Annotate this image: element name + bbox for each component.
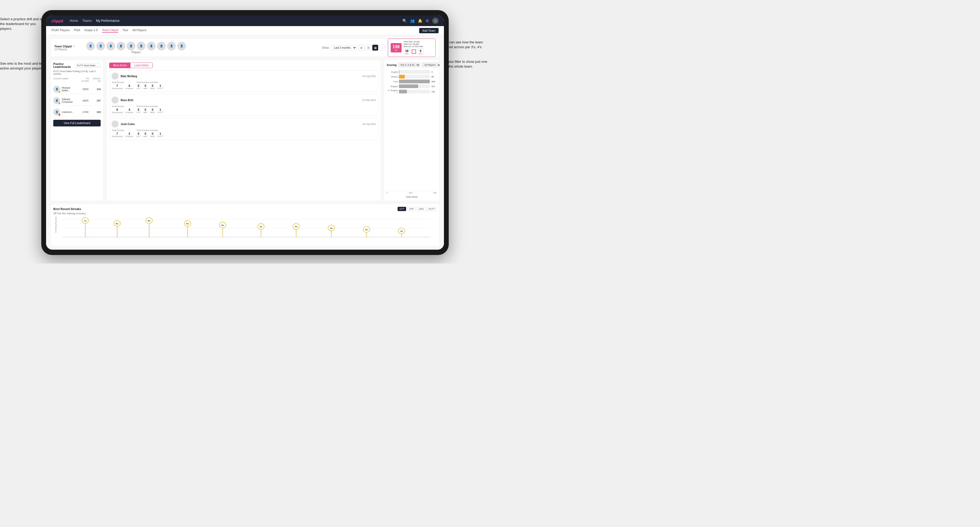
lb-name-1: Richard Butler... xyxy=(62,86,76,92)
chart-footer: 0 200 400 xyxy=(387,191,437,194)
nav-home[interactable]: Home xyxy=(70,19,78,22)
scoring-player-filter[interactable]: All Players xyxy=(422,62,440,67)
streak-chart: % Fairway Accuracy 7x 6x 6x xyxy=(53,216,437,243)
pac-stats-blair: Total Rounds 7 Tournament 6 Practice xyxy=(111,81,376,90)
shot-yds-left: 16 yds xyxy=(404,48,410,55)
bar-label-pars: Pars xyxy=(387,80,398,83)
tab-arg[interactable]: ARG xyxy=(417,207,426,211)
lb-avatar-3: 👤 3 xyxy=(53,109,60,116)
bar-row-eagles: Eagles 3 xyxy=(387,70,437,74)
player-avatar-1[interactable]: 👤 xyxy=(86,42,95,50)
scoring-par-filter[interactable]: Par 3, 4 & 5s Par 3s Par 4s Par 5s xyxy=(398,62,420,67)
streaks-header: Best Round Streaks OTT APP ARG PUTT xyxy=(53,207,437,211)
annotation-bottom-left: See who is the most and least active amo… xyxy=(0,61,48,71)
players-label: Players xyxy=(132,51,140,54)
pac-date-josh: 26 Aug 2023 xyxy=(362,123,376,125)
putt-item: 1 PUTT xyxy=(158,84,163,90)
view-full-leaderboard-button[interactable]: View Full Leaderboard xyxy=(53,120,101,126)
three-col-layout: Practice Leaderboards PUTT Must Make Put… xyxy=(50,60,440,201)
leaderboard-title: Practice Leaderboards xyxy=(53,62,76,68)
lb-avg-1: 110 xyxy=(90,88,101,90)
player-avatar-7[interactable]: 👤 xyxy=(147,42,156,50)
streaks-subtitle: Off The Tee, Fairway Accuracy xyxy=(53,212,437,215)
settings-icon[interactable]: ⚙ xyxy=(426,19,429,23)
lb-avg-2: 107 xyxy=(90,99,101,102)
leaderboard-row-1[interactable]: 👤 1 Richard Butler... 19/20 110 xyxy=(53,84,101,94)
view-card-icon[interactable]: ▦ xyxy=(372,45,378,51)
best-round-streaks-panel: Best Round Streaks OTT APP ARG PUTT Off … xyxy=(50,204,440,246)
team-name: Team Clippd xyxy=(54,45,72,48)
player-avatar-2[interactable]: 👤 xyxy=(96,42,105,50)
leaderboard-row-3[interactable]: 👤 3 Cameron... 17/20 103 xyxy=(53,107,101,117)
show-period-select[interactable]: Last 3 months Last 6 months Last year xyxy=(331,45,357,50)
subnav-hcaps[interactable]: Hcaps 1-5 xyxy=(84,29,98,33)
show-controls: Show: Last 3 months Last 6 months Last y… xyxy=(322,45,385,51)
activity-panel: Most Active Least Active Blair McHarg 26… xyxy=(106,60,381,201)
svg-text:5x: 5x xyxy=(186,222,189,225)
player-avatar-9[interactable]: 👤 xyxy=(167,42,176,50)
lb-badge-silver: 2 xyxy=(58,102,61,105)
add-team-button[interactable]: Add Team xyxy=(419,28,439,33)
practice-item: 6 Practice xyxy=(126,84,133,90)
total-rounds-label: Total Rounds xyxy=(111,81,133,84)
bar-value-dbogeys: 131 xyxy=(431,90,437,93)
player-avatar-6[interactable]: 👤 xyxy=(137,42,145,50)
edit-icon[interactable]: ✏ xyxy=(73,45,75,48)
pac-header-rees: Rees Britt 02 Sep 2023 xyxy=(111,97,376,103)
shot-yds-right: 0 yds xyxy=(418,48,424,55)
search-icon[interactable]: 🔍 xyxy=(402,19,407,23)
tab-app[interactable]: APP xyxy=(407,207,416,211)
shot-number: 198 SC xyxy=(391,43,402,52)
bell-icon[interactable]: 🔔 xyxy=(418,19,422,23)
pac-date-rees: 02 Sep 2023 xyxy=(362,99,376,102)
pac-avatar-blair xyxy=(111,73,119,79)
svg-text:% Fairway Accuracy: % Fairway Accuracy xyxy=(55,217,57,233)
streaks-title: Best Round Streaks xyxy=(53,207,81,211)
player-avatar-4[interactable]: 👤 xyxy=(117,42,125,50)
svg-text:6x: 6x xyxy=(116,222,119,225)
bar-fill-birdies xyxy=(399,75,405,78)
subnav-tour[interactable]: Tour xyxy=(123,29,128,33)
bar-track-bogeys xyxy=(399,84,430,88)
tab-ott[interactable]: OTT xyxy=(398,207,406,211)
view-list-icon[interactable]: ☰ xyxy=(365,45,371,51)
player-card-josh: Josh Coles 26 Aug 2023 Total Rounds 7Tou… xyxy=(109,118,378,140)
most-active-tab[interactable]: Most Active xyxy=(110,63,130,68)
least-active-tab[interactable]: Least Active xyxy=(130,63,152,68)
bar-value-birdies: 96 xyxy=(431,76,437,78)
lb-name-3: Cameron... xyxy=(62,111,76,113)
player-avatar-10[interactable]: 👤 xyxy=(177,42,186,50)
view-sort-icon[interactable]: ↕ xyxy=(379,45,385,51)
nav-teams[interactable]: Teams xyxy=(82,19,92,22)
bar-row-pars: Pars 499 xyxy=(387,79,437,83)
player-avatar-8[interactable]: 👤 xyxy=(157,42,165,50)
player-avatar-5[interactable]: 👤 xyxy=(127,42,135,50)
bar-row-dbogeys: D. Bogeys + 131 xyxy=(387,89,437,94)
people-icon[interactable]: 👥 xyxy=(410,19,415,23)
bar-label-dbogeys: D. Bogeys + xyxy=(387,89,398,94)
total-practice-group: Total Practice Activities 0 OTT 0 APP xyxy=(136,81,163,90)
pac-stats-rees: Total Rounds 8 Tournament 4 Practice xyxy=(111,105,376,114)
team-info: Team Clippd ✏ 14 Players xyxy=(54,45,86,51)
leaderboard-row-2[interactable]: 👤 2 Edward Crossman 18/20 107 xyxy=(53,96,101,106)
lb-score-1: 19/20 xyxy=(78,88,88,90)
lb-avg-3: 103 xyxy=(90,111,101,113)
subnav-all-players[interactable]: All Players xyxy=(133,29,146,33)
leaderboard-dropdown[interactable]: PUTT Must Make Putting... xyxy=(76,63,101,68)
lb-avatar-1: 👤 1 xyxy=(53,86,60,93)
user-avatar[interactable]: U xyxy=(432,17,439,24)
subnav-pgat[interactable]: PGAT Players xyxy=(51,29,70,33)
subnav-pga[interactable]: PGA xyxy=(74,29,80,33)
app-item: 0 APP xyxy=(143,84,148,90)
tab-putt[interactable]: PUTT xyxy=(427,207,437,211)
view-grid-icon[interactable]: ⊞ xyxy=(358,45,364,51)
pac-header-blair: Blair McHarg 26 Aug 2023 xyxy=(111,73,376,79)
bar-label-bogeys: Bogeys xyxy=(387,85,398,87)
bar-value-eagles: 3 xyxy=(431,71,437,73)
nav-my-performance[interactable]: My Performance xyxy=(96,19,119,22)
player-card-blair: Blair McHarg 26 Aug 2023 Total Rounds 7 … xyxy=(109,70,378,92)
bar-fill-pars xyxy=(399,79,430,83)
lb-avatar-2: 👤 2 xyxy=(53,97,60,104)
subnav-team-clippd[interactable]: Team Clippd xyxy=(102,29,118,33)
player-avatar-3[interactable]: 👤 xyxy=(107,42,115,50)
